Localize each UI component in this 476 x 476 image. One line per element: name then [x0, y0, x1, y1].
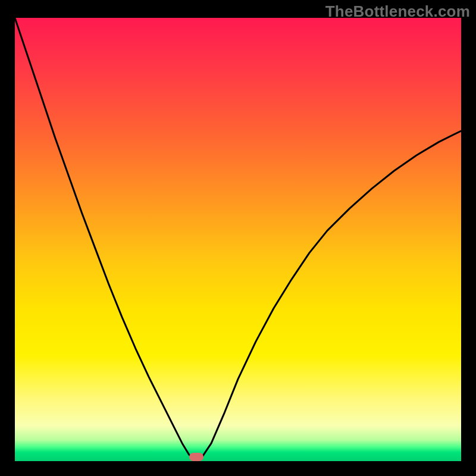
- watermark-text: TheBottleneck.com: [325, 2, 470, 21]
- curve-svg: [15, 18, 461, 461]
- bottleneck-curve: [15, 18, 461, 459]
- chart-frame: TheBottleneck.com: [0, 0, 476, 476]
- plot-area: [15, 18, 461, 461]
- minimum-marker: [189, 453, 203, 461]
